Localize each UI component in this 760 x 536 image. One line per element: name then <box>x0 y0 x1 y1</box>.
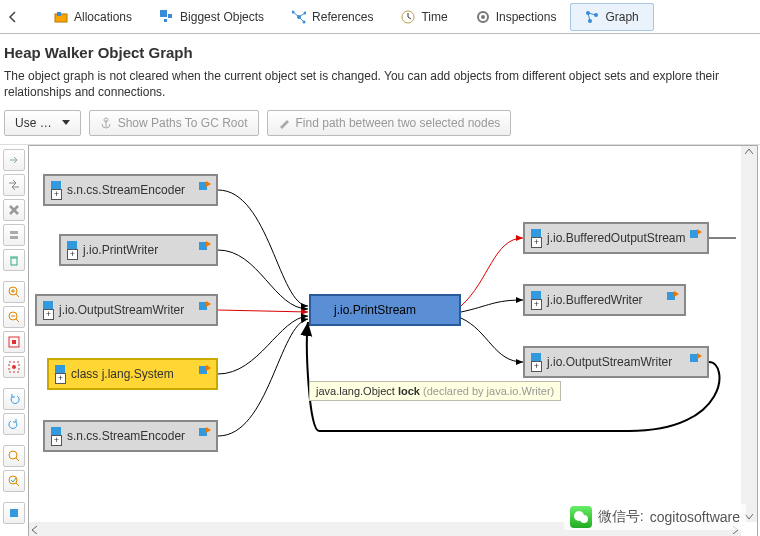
side-trash[interactable] <box>3 249 25 271</box>
expand-icon[interactable]: + <box>51 189 62 200</box>
svg-rect-41 <box>10 509 18 517</box>
svg-rect-4 <box>164 19 167 22</box>
button-label: Show Paths To GC Root <box>118 116 248 130</box>
tab-label: Allocations <box>74 10 132 24</box>
graph-canvas[interactable]: + s.n.cs.StreamEncoder + j.io.PrintWrite… <box>29 146 741 522</box>
scroll-left-icon <box>31 526 39 534</box>
node-label: s.n.cs.StreamEncoder <box>67 429 185 443</box>
anchor-icon <box>100 117 112 129</box>
tab-label: Graph <box>605 10 638 24</box>
side-arrows[interactable] <box>3 174 25 196</box>
svg-rect-53 <box>690 230 698 238</box>
node-label: j.io.OutputStreamWriter <box>59 303 184 317</box>
node-output-stream-writer-1[interactable]: + j.io.OutputStreamWriter <box>35 294 218 326</box>
out-ref-icon <box>198 299 212 313</box>
side-arrow-right[interactable] <box>3 149 25 171</box>
wechat-icon <box>570 506 592 528</box>
expand-icon[interactable]: + <box>55 373 66 384</box>
side-zoom-out[interactable] <box>3 306 25 328</box>
graph-toolbar: Use … Show Paths To GC Root Find path be… <box>0 106 760 144</box>
expand-icon[interactable]: + <box>67 249 78 260</box>
node-stream-encoder-2[interactable]: + s.n.cs.StreamEncoder <box>43 420 218 452</box>
svg-point-59 <box>580 515 588 523</box>
tab-biggest-objects[interactable]: Biggest Objects <box>146 4 278 30</box>
node-label: j.io.BufferedOutputStream <box>547 231 686 245</box>
svg-rect-23 <box>10 236 18 239</box>
svg-rect-24 <box>11 258 17 265</box>
show-paths-button[interactable]: Show Paths To GC Root <box>89 110 259 136</box>
side-redo[interactable] <box>3 413 25 435</box>
side-search[interactable] <box>3 445 25 467</box>
expand-icon[interactable]: + <box>531 361 542 372</box>
svg-rect-22 <box>10 231 18 234</box>
side-marker[interactable] <box>3 502 25 524</box>
svg-point-16 <box>481 15 485 19</box>
find-path-button[interactable]: Find path between two selected nodes <box>267 110 512 136</box>
tooltip-text: java.lang.Object <box>316 385 398 397</box>
side-search-next[interactable] <box>3 470 25 492</box>
side-fit[interactable] <box>3 331 25 353</box>
biggest-icon <box>160 10 174 24</box>
page-title: Heap Walker Object Graph <box>4 44 756 61</box>
watermark: 微信号: cogitosoftware <box>564 504 746 530</box>
svg-rect-51 <box>199 428 207 436</box>
page-header: Heap Walker Object Graph The object grap… <box>0 34 760 106</box>
node-label: j.io.PrintStream <box>334 303 416 317</box>
side-delete[interactable] <box>3 199 25 221</box>
tooltip-faded: (declared by java.io.Writer) <box>420 385 554 397</box>
node-label: s.n.cs.StreamEncoder <box>67 183 185 197</box>
svg-rect-3 <box>168 14 172 18</box>
out-ref-icon <box>198 425 212 439</box>
tab-allocations[interactable]: Allocations <box>40 4 146 30</box>
page-description: The object graph is not cleared when the… <box>4 69 756 100</box>
node-output-stream-writer-2[interactable]: + j.io.OutputStreamWriter <box>523 346 709 378</box>
vertical-scrollbar[interactable] <box>741 146 757 522</box>
tab-label: Inspections <box>496 10 557 24</box>
expand-icon[interactable]: + <box>51 435 62 446</box>
tooltip-bold: lock <box>398 385 420 397</box>
node-print-stream[interactable]: j.io.PrintStream <box>309 294 461 326</box>
svg-line-40 <box>16 483 19 486</box>
expand-icon[interactable]: + <box>531 237 542 248</box>
node-buffered-writer[interactable]: + j.io.BufferedWriter <box>523 284 686 316</box>
edge-tooltip: java.lang.Object lock (declared by java.… <box>309 381 561 401</box>
side-zoom-in[interactable] <box>3 281 25 303</box>
svg-rect-43 <box>199 182 207 190</box>
tab-label: Time <box>421 10 447 24</box>
node-print-writer[interactable]: + j.io.PrintWriter <box>59 234 218 266</box>
out-ref-icon <box>689 351 703 365</box>
tab-inspections[interactable]: Inspections <box>462 4 571 30</box>
back-button[interactable] <box>4 3 20 31</box>
button-label: Find path between two selected nodes <box>296 116 501 130</box>
side-stack[interactable] <box>3 224 25 246</box>
out-ref-icon <box>198 363 212 377</box>
use-dropdown[interactable]: Use … <box>4 110 81 136</box>
side-fit-selection[interactable] <box>3 356 25 378</box>
node-stream-encoder-1[interactable]: + s.n.cs.StreamEncoder <box>43 174 218 206</box>
side-undo[interactable] <box>3 388 25 410</box>
svg-rect-34 <box>12 340 16 344</box>
node-label: j.io.OutputStreamWriter <box>547 355 672 369</box>
allocations-icon <box>54 10 68 24</box>
svg-rect-1 <box>57 12 61 16</box>
pencil-icon <box>278 117 290 129</box>
svg-rect-47 <box>199 302 207 310</box>
node-system-class[interactable]: + class j.lang.System <box>47 358 218 390</box>
svg-line-31 <box>16 319 19 322</box>
expand-icon[interactable]: + <box>531 299 542 310</box>
tab-time[interactable]: Time <box>387 4 461 30</box>
node-buffered-output-stream[interactable]: + j.io.BufferedOutputStream <box>523 222 709 254</box>
tab-bar: Allocations Biggest Objects References T… <box>0 0 760 34</box>
expand-icon[interactable]: + <box>43 309 54 320</box>
svg-line-38 <box>16 458 19 461</box>
out-ref-icon <box>689 227 703 241</box>
clock-icon <box>401 10 415 24</box>
svg-line-27 <box>16 294 19 297</box>
tab-graph[interactable]: Graph <box>570 3 653 31</box>
svg-rect-49 <box>199 366 207 374</box>
tab-references[interactable]: References <box>278 4 387 30</box>
watermark-label: 微信号: <box>598 508 644 526</box>
svg-point-37 <box>9 451 17 459</box>
tab-label: References <box>312 10 373 24</box>
main-area: + s.n.cs.StreamEncoder + j.io.PrintWrite… <box>0 144 760 536</box>
